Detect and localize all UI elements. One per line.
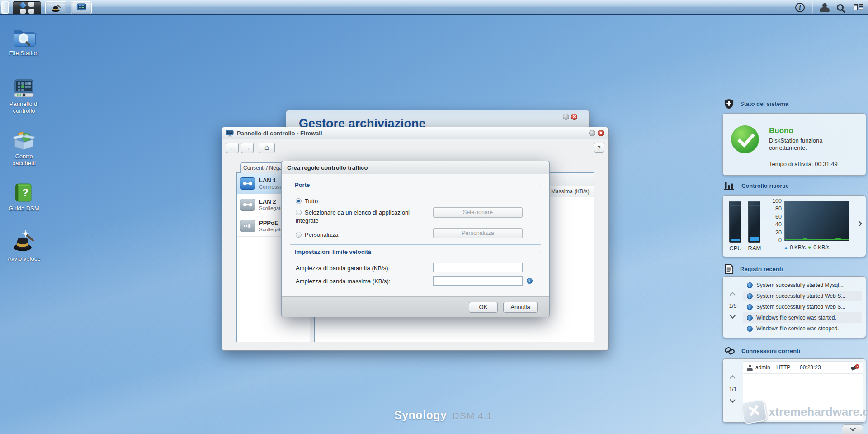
magic-hat-icon xyxy=(11,229,37,253)
info-icon xyxy=(747,326,753,332)
dsm-logo: Synology DSM 4.1 xyxy=(394,409,492,422)
guaranteed-bandwidth-input[interactable] xyxy=(433,263,523,272)
log-row[interactable]: Windows file service was started. xyxy=(743,312,862,323)
ok-button[interactable]: OK xyxy=(469,302,498,313)
help-button[interactable]: ? xyxy=(594,143,604,153)
column-header-massima[interactable]: Massima (KB/s) xyxy=(548,186,594,197)
taskbar-app-control-panel[interactable] xyxy=(71,1,92,14)
page-down-icon[interactable] xyxy=(730,397,736,403)
radio-all[interactable] xyxy=(296,198,302,204)
shield-icon xyxy=(724,99,734,109)
control-panel-device-icon xyxy=(12,78,36,99)
connection-row[interactable]: admin HTTP 00:23:23 xyxy=(743,362,863,374)
cancel-button[interactable]: Annulla xyxy=(503,302,538,313)
dialog-title[interactable]: Crea regole controllo traffico xyxy=(282,161,549,174)
resource-monitor-header: Controllo risorse xyxy=(724,181,789,190)
search-icon[interactable] xyxy=(837,4,844,11)
logs-pager: 1/5 xyxy=(723,277,743,338)
ports-fieldset: Porte Tutto Selezionare da un elenco di … xyxy=(290,181,541,245)
desktop-icon-label: Pannello di controllo xyxy=(5,100,43,114)
desktop-icon-dsm-help[interactable]: ? Guida DSM xyxy=(5,182,43,212)
cpu-label: CPU xyxy=(727,245,744,252)
desktop-icon-label: Guida DSM xyxy=(9,205,39,212)
pppoe-icon xyxy=(240,220,255,232)
home-button[interactable]: ⌂ xyxy=(259,143,275,153)
interface-name: LAN 2 xyxy=(259,198,283,205)
back-button[interactable]: ← xyxy=(226,143,239,153)
log-row[interactable]: System successfully started Mysql... xyxy=(743,280,862,291)
resource-monitor-panel: CPU RAM 100 80 60 40 20 0 ▲ 0 KB/s ▼ 0 K… xyxy=(722,195,866,257)
option-row-builtin: Selezionare da un elenco di applicazioni… xyxy=(296,209,432,225)
radio-label: Selezionare da un elenco di applicazioni… xyxy=(296,209,410,224)
cpu-gauge xyxy=(729,201,741,243)
upload-arrow-icon: ▲ xyxy=(783,245,788,250)
widget-title: Registri recenti xyxy=(740,266,783,272)
log-row[interactable]: Windows file service was stopped. xyxy=(743,323,862,334)
desktop-icon-label: Avvio veloce xyxy=(8,255,41,262)
desktop-icon-package-center[interactable]: Centro pacchetti xyxy=(5,130,43,167)
minimize-button[interactable] xyxy=(563,114,569,120)
user-icon[interactable] xyxy=(820,3,830,12)
info-icon xyxy=(747,304,753,310)
log-row[interactable]: System successfully started Web S... xyxy=(743,291,862,301)
status-message: DiskStation funziona correttamente. xyxy=(769,137,848,152)
desktop-icon-control-panel[interactable]: Pannello di controllo xyxy=(5,78,43,114)
close-icon[interactable] xyxy=(598,130,604,136)
page-down-icon[interactable] xyxy=(730,313,736,319)
control-panel-icon xyxy=(226,130,234,137)
ports-legend: Porte xyxy=(292,181,312,188)
taskbar-app-quick-start[interactable] xyxy=(45,1,66,14)
page-up-icon[interactable] xyxy=(730,292,736,298)
page-up-icon[interactable] xyxy=(730,375,736,381)
interface-name: PPPoE xyxy=(259,219,283,226)
watermark-text: xtremehardware.com xyxy=(769,405,868,419)
widget-title: Stato del sistema xyxy=(740,100,788,107)
lan-icon xyxy=(240,177,255,190)
dialog-footer: OK Annulla xyxy=(282,296,549,317)
radio-label: Tutto xyxy=(305,198,318,205)
info-icon[interactable]: i xyxy=(795,3,805,12)
forward-button[interactable]: → xyxy=(241,143,254,153)
title-bar[interactable]: Pannello di controllo - Firewall xyxy=(222,127,608,139)
page-indicator: 1/5 xyxy=(723,303,743,309)
radio-builtin-apps[interactable] xyxy=(296,210,302,215)
create-traffic-rule-dialog: Crea regole controllo traffico Porte Tut… xyxy=(281,161,550,317)
main-menu-button[interactable] xyxy=(13,1,41,14)
ram-gauge xyxy=(748,201,760,243)
select-button[interactable]: Selezionare xyxy=(433,207,523,218)
disconnect-icon[interactable] xyxy=(851,364,859,371)
brand-text: Synology xyxy=(394,409,447,422)
network-graph-axis: 100 80 60 40 20 0 xyxy=(766,198,782,245)
close-icon[interactable] xyxy=(571,114,577,120)
download-arrow-icon: ▼ xyxy=(807,245,812,250)
package-center-icon xyxy=(12,130,36,151)
speed-limit-legend: Impostazioni limite velocità xyxy=(292,248,373,255)
help-glyph: ? xyxy=(22,187,28,199)
current-connections-header: Connessioni correnti xyxy=(724,346,800,356)
network-graph xyxy=(784,201,849,241)
taskbar-divider xyxy=(812,2,812,13)
desktop-icon-file-station[interactable]: File Station xyxy=(5,26,43,57)
chevron-right-icon[interactable] xyxy=(856,221,862,227)
info-icon[interactable] xyxy=(527,278,533,284)
system-status-panel: Buono DiskStation funziona correttamente… xyxy=(722,113,866,176)
pilot-view-icon[interactable] xyxy=(854,4,863,11)
radio-custom[interactable] xyxy=(296,232,302,238)
show-desktop-button[interactable] xyxy=(1,1,9,14)
tab-consenti-nega[interactable]: Consenti / Nega xyxy=(240,162,285,173)
customize-button[interactable]: Personalizza xyxy=(433,228,523,238)
desktop-icon-quick-start[interactable]: Avvio veloce xyxy=(5,229,43,262)
link-icon xyxy=(724,346,735,356)
main-menu-icon xyxy=(19,2,35,14)
file-station-icon xyxy=(12,26,36,48)
info-icon xyxy=(747,315,753,321)
help-book-icon: ? xyxy=(12,182,36,203)
sidebar-collapse-tab[interactable] xyxy=(842,424,863,434)
log-row[interactable]: System successfully started Web S... xyxy=(743,301,862,312)
network-rates: ▲ 0 KB/s ▼ 0 KB/s xyxy=(783,244,830,251)
max-bandwidth-input[interactable] xyxy=(433,276,523,286)
recent-logs-header: Registri recenti xyxy=(724,264,783,274)
log-list: System successfully started Mysql... Sys… xyxy=(743,280,862,334)
window-toolbar: ← → ⌂ ? xyxy=(222,139,608,156)
minimize-button[interactable] xyxy=(589,130,595,136)
